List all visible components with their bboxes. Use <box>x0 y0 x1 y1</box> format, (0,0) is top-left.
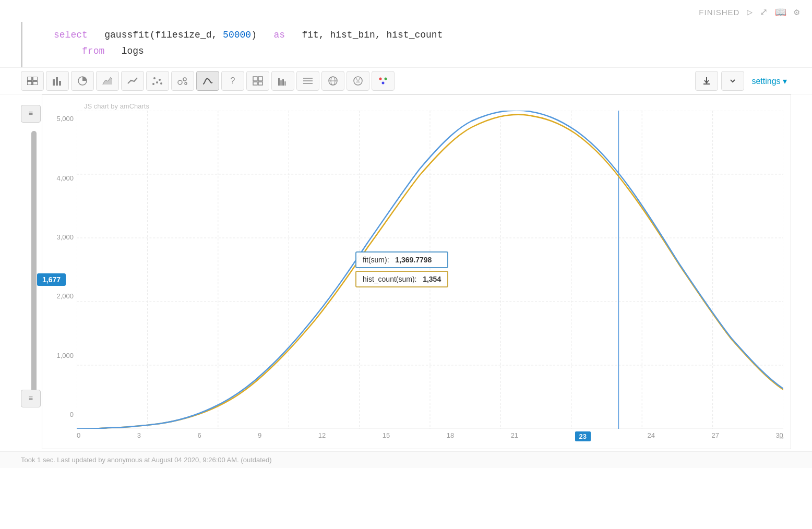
funnel-btn[interactable] <box>296 71 319 91</box>
help-btn[interactable]: ? <box>221 71 244 91</box>
y-label-5000: 5,000 <box>56 115 74 123</box>
bar-chart-btn[interactable] <box>46 71 69 91</box>
x-label-12: 12 <box>318 431 326 441</box>
toolbar-right: settings ▾ <box>695 71 791 91</box>
x-label-24: 24 <box>648 431 655 441</box>
svg-rect-0 <box>27 77 32 80</box>
param-filesize: filesize_d, <box>155 30 217 40</box>
play-icon[interactable]: ▷ <box>747 6 753 18</box>
keyword-from: from <box>82 46 104 56</box>
tooltip-fit-value: 1,369.7798 <box>395 256 432 264</box>
svg-point-34 <box>382 82 385 85</box>
map1-btn[interactable] <box>321 71 344 91</box>
svg-rect-6 <box>59 81 61 86</box>
svg-point-12 <box>160 82 162 85</box>
svg-rect-18 <box>258 77 262 81</box>
area-chart-btn[interactable] <box>96 71 119 91</box>
header-bar: FINISHED ▷ ⤢ 📖 ⚙ <box>0 0 812 22</box>
x-label-21: 21 <box>511 431 518 441</box>
special-btn[interactable] <box>372 71 395 91</box>
bubble-chart-btn[interactable] <box>171 71 194 91</box>
download-btn[interactable] <box>695 71 718 91</box>
status-label: FINISHED <box>699 8 739 17</box>
edit-icon[interactable]: ✏ <box>779 432 784 442</box>
svg-rect-4 <box>53 79 55 86</box>
x-label-18: 18 <box>447 431 454 441</box>
x-label-0: 0 <box>77 431 80 441</box>
tooltip-fit-label: fit(sum): <box>363 256 389 264</box>
chart-handle-top[interactable]: ≡ <box>21 105 41 123</box>
tooltip-fit: fit(sum): 1,369.7798 <box>355 251 448 268</box>
svg-point-10 <box>156 81 158 83</box>
x-label-15: 15 <box>383 431 390 441</box>
gear-icon[interactable]: ⚙ <box>794 6 799 18</box>
svg-point-13 <box>152 83 154 85</box>
chart-handle-bottom[interactable]: ≡ <box>21 390 41 407</box>
scatter-chart-btn[interactable] <box>146 71 169 91</box>
svg-rect-21 <box>278 78 280 86</box>
x-axis: 0 3 6 9 12 15 18 21 23 24 27 30 <box>77 431 783 441</box>
svg-point-32 <box>379 78 382 80</box>
bar-grouped-btn[interactable] <box>271 71 294 91</box>
svg-rect-2 <box>27 81 32 85</box>
num-50000: 50000 <box>223 30 251 40</box>
y-label-1000: 1,000 <box>56 352 74 359</box>
svg-rect-24 <box>284 81 286 86</box>
sql-rest: fit, hist_bin, hist_count <box>302 30 443 40</box>
pie-chart-btn[interactable] <box>71 71 94 91</box>
x-label-6: 6 <box>197 431 201 441</box>
y-label-3000: 3,000 <box>56 233 74 241</box>
sql-line-1: select gaussfit(filesize_d, 50000) as fi… <box>54 27 760 43</box>
expand-icon[interactable]: ⤢ <box>760 6 768 18</box>
y-label-0: 0 <box>70 411 74 418</box>
scrollbar-track[interactable] <box>31 131 37 397</box>
dropdown-btn[interactable] <box>721 71 744 91</box>
y-bullet: 1,677 <box>37 273 66 286</box>
x-label-9: 9 <box>258 431 261 441</box>
tooltip-hist-value: 1,354 <box>423 275 441 283</box>
y-label-2000: 2,000 <box>56 292 74 300</box>
function-gaussfit: gaussfit( <box>104 30 155 40</box>
map2-btn[interactable] <box>347 71 369 91</box>
y-label-4000: 4,000 <box>56 174 74 182</box>
svg-point-11 <box>159 79 161 81</box>
sql-editor: select gaussfit(filesize_d, 50000) as fi… <box>21 22 791 67</box>
book-icon[interactable]: 📖 <box>775 6 786 18</box>
handle-top-icon: ≡ <box>29 110 33 118</box>
table-view-btn[interactable] <box>21 71 44 91</box>
table-logs: logs <box>122 46 144 56</box>
y-axis: 5,000 4,000 3,000 2,000 1,000 0 <box>46 115 74 418</box>
svg-point-16 <box>185 82 187 85</box>
svg-point-14 <box>178 80 182 85</box>
x-label-23-active: 23 <box>575 431 591 441</box>
svg-rect-1 <box>33 77 38 80</box>
chart-box: JS chart by amCharts 5,000 4,000 3,000 2… <box>42 94 791 449</box>
svg-point-15 <box>183 78 186 81</box>
svg-rect-22 <box>280 80 282 86</box>
svg-point-31 <box>354 77 362 85</box>
toolbar: ? settings ▾ <box>0 67 812 94</box>
x-label-3: 3 <box>137 431 141 441</box>
settings-btn[interactable]: settings ▾ <box>747 76 791 86</box>
svg-rect-19 <box>253 82 257 85</box>
svg-rect-5 <box>56 77 58 86</box>
keyword-select: select <box>54 30 88 40</box>
keyword-as: as <box>273 30 285 40</box>
svg-rect-17 <box>253 77 257 81</box>
status-text: Took 1 sec. Last updated by anonymous at… <box>21 456 272 464</box>
tooltip-hist: hist_count(sum): 1,354 <box>355 271 448 287</box>
smooth-line-btn[interactable] <box>196 71 219 91</box>
svg-point-9 <box>153 77 156 79</box>
handle-bottom-icon: ≡ <box>29 394 33 403</box>
svg-rect-20 <box>258 82 262 85</box>
svg-rect-3 <box>33 81 38 85</box>
chart-tooltip: fit(sum): 1,369.7798 hist_count(sum): 1,… <box>355 251 448 287</box>
chart-area: ≡ ≡ JS chart by amCharts 5,000 4,000 3,0… <box>21 94 791 449</box>
svg-point-33 <box>385 78 387 80</box>
settings-label: settings ▾ <box>751 76 787 86</box>
x-label-27: 27 <box>711 431 719 441</box>
pivot-table-btn[interactable] <box>246 71 269 91</box>
line-chart-btn[interactable] <box>121 71 144 91</box>
chart-watermark: JS chart by amCharts <box>84 102 149 110</box>
scrollbar-thumb <box>31 131 37 397</box>
